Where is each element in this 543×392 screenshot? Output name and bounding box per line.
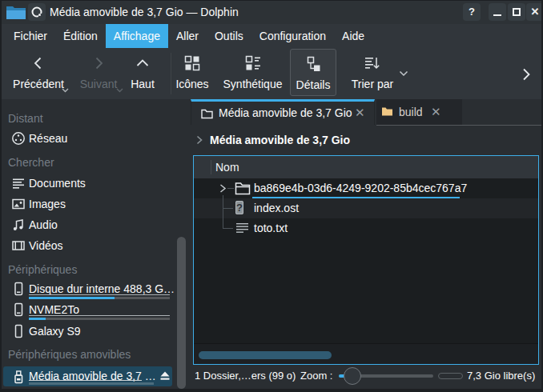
file-row-toto-txt[interactable]: toto.txt <box>194 218 538 238</box>
disk-usage-bar <box>29 382 154 385</box>
toolbar: Précédent Suivant Haut Icônes <box>0 48 543 99</box>
videos-icon <box>11 238 26 253</box>
back-icon <box>10 54 67 72</box>
minimize-icon <box>493 14 501 16</box>
main-area: Média amovible de 3,7 Gio ✕ build ✕ Médi… <box>189 99 543 392</box>
places-section-chercher: Chercher <box>8 153 54 172</box>
tab-build[interactable]: build ✕ <box>376 99 462 125</box>
column-header-separator <box>211 160 211 174</box>
status-summary: 1 Dossier,…ers (99 o) <box>195 365 296 387</box>
up-icon <box>117 54 168 72</box>
icons-view-icon <box>170 54 215 72</box>
help-button[interactable]: ? <box>463 3 481 21</box>
sort-dropdown-caret[interactable] <box>399 70 408 83</box>
details-view-icon <box>291 55 336 73</box>
maximize-button[interactable] <box>508 3 525 21</box>
back-button[interactable]: Précédent <box>10 48 67 96</box>
tree-line <box>223 208 233 209</box>
text-file-icon <box>235 221 251 236</box>
place-item-videos[interactable]: Vidéos <box>3 235 172 256</box>
tab-media-amovible[interactable]: Média amovible de 3,7 Gio ✕ <box>191 99 375 125</box>
app-menu-button[interactable] <box>28 3 46 21</box>
toolbar-overflow-button[interactable] <box>517 66 535 83</box>
menu-aide[interactable]: Aide <box>334 24 372 48</box>
sort-by-button[interactable]: Trier par <box>344 48 400 96</box>
tree-line <box>223 195 223 229</box>
maximize-icon <box>513 8 521 16</box>
minimize-button[interactable] <box>489 3 506 21</box>
window-edge-top <box>0 0 543 1</box>
menu-aller[interactable]: Aller <box>168 24 207 48</box>
column-header-nom[interactable]: Nom <box>215 156 239 178</box>
expander-icon[interactable] <box>218 183 227 196</box>
folder-view: Nom ba869e4b-03d6-4249-9202-85b4cec767a7… <box>193 155 539 365</box>
zoom-label: Zoom : <box>300 365 332 387</box>
free-space-capsule <box>438 373 463 379</box>
audio-icon <box>11 218 26 232</box>
tab-close-icon[interactable]: ✕ <box>355 102 365 124</box>
horizontal-scrollbar-thumb[interactable] <box>199 351 332 359</box>
window-title: Média amovible de 3,7 Gio — Dolphin <box>50 0 239 24</box>
breadcrumb-location[interactable]: Média amovible de 3,7 Gio <box>210 125 350 155</box>
horizontal-scrollbar-track[interactable] <box>194 343 538 364</box>
place-item-media-amovible[interactable]: Média amovible de 3,7 … <box>3 366 172 386</box>
tree-line <box>227 188 234 189</box>
menubar: Fichier Édition Affichage Aller Outils C… <box>0 24 543 48</box>
eject-button[interactable] <box>159 370 171 382</box>
menu-edition[interactable]: Édition <box>55 24 106 48</box>
file-row-index-ost[interactable]: ? index.ost <box>194 198 538 218</box>
compact-view-icon <box>219 54 286 72</box>
network-icon <box>11 131 26 146</box>
place-item-disque-dur[interactable]: Disque dur interne 488,3 G… <box>3 278 172 299</box>
view-mode-compact-button[interactable]: Synthétique <box>219 48 286 96</box>
hard-drive-icon <box>11 302 26 317</box>
menu-configuration[interactable]: Configuration <box>251 24 334 48</box>
close-button[interactable]: ✕ <box>526 3 543 21</box>
usb-drive-icon <box>11 370 26 384</box>
breadcrumb-chevron-icon[interactable] <box>195 135 203 148</box>
places-section-amovibles: Périphériques amovibles <box>8 345 131 364</box>
mounted-underline <box>29 380 142 381</box>
view-mode-icons-button[interactable]: Icônes <box>170 48 215 96</box>
menu-fichier[interactable]: Fichier <box>6 24 55 48</box>
unknown-file-icon: ? <box>235 201 251 216</box>
disk-usage-bar <box>29 318 170 320</box>
places-scrollbar[interactable] <box>177 237 186 389</box>
place-item-galaxy-s9[interactable]: Galaxy S9 <box>3 321 172 342</box>
tab-close-icon[interactable]: ✕ <box>431 99 441 125</box>
file-row-folder[interactable]: ba869e4b-03d6-4249-9202-85b4cec767a7 <box>194 178 538 198</box>
folder-tab-icon <box>201 109 213 122</box>
titlebar: Média amovible de 3,7 Gio — Dolphin ? ✕ <box>0 0 543 24</box>
folder-icon <box>235 181 251 196</box>
window-edge-bottom <box>0 389 543 392</box>
hard-drive-icon <box>11 282 26 296</box>
free-space-label: 7,3 Gio libre(s) <box>467 365 535 387</box>
place-item-documents[interactable]: Documents <box>3 173 172 194</box>
up-button[interactable]: Haut <box>117 48 168 96</box>
smartphone-icon <box>11 324 26 338</box>
place-item-reseau[interactable]: Réseau <box>3 128 172 149</box>
place-item-audio[interactable]: Audio <box>3 214 172 235</box>
folder-tab-icon <box>381 106 393 119</box>
window-edge-left <box>0 0 2 392</box>
places-section-peripheriques: Périphériques <box>8 260 77 279</box>
places-section-distant: Distant <box>8 109 43 128</box>
zoom-slider-handle[interactable] <box>344 367 361 385</box>
places-panel: Distant Réseau Chercher Documents Images <box>0 99 189 392</box>
sort-icon <box>344 54 400 72</box>
mounted-underline <box>29 294 170 295</box>
view-mode-details-button[interactable]: Détails <box>290 49 336 96</box>
documents-icon <box>11 176 26 190</box>
menu-outils[interactable]: Outils <box>207 24 251 48</box>
menu-affichage[interactable]: Affichage <box>106 24 168 48</box>
dolphin-app-icon <box>6 4 26 20</box>
place-item-images[interactable]: Images <box>3 194 172 214</box>
mounted-underline <box>29 315 170 316</box>
place-item-nvme2to[interactable]: NVME2To <box>3 299 172 320</box>
status-bar: 1 Dossier,…ers (99 o) Zoom : 7,3 Gio lib… <box>189 365 543 392</box>
breadcrumb[interactable]: Média amovible de 3,7 Gio <box>189 125 543 155</box>
images-icon <box>11 197 26 211</box>
column-header[interactable]: Nom <box>194 156 538 178</box>
tree-line <box>223 228 233 229</box>
